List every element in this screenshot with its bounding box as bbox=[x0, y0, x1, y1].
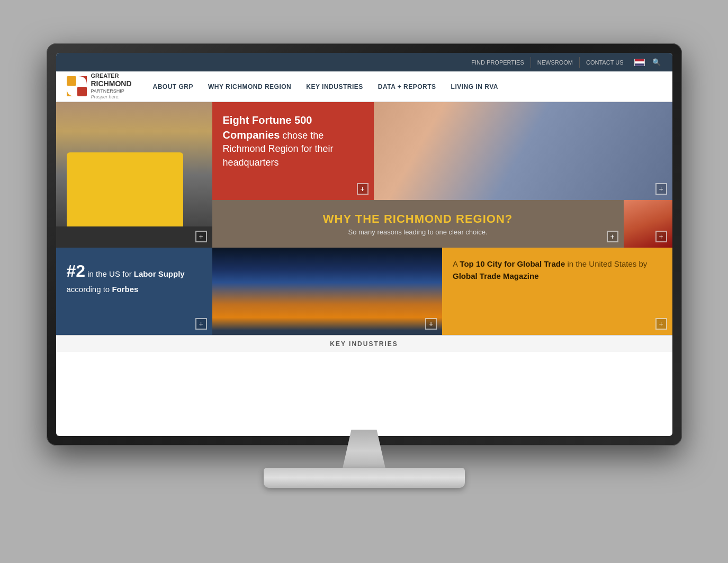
key-industries-label: KEY INDUSTRIES bbox=[330, 340, 398, 348]
nav-item-living[interactable]: LIVING IN RVA bbox=[451, 81, 498, 91]
global-bold-2: Global Trade Magazine bbox=[453, 271, 539, 280]
nav-item-about[interactable]: ABOUT GRP bbox=[153, 81, 194, 91]
why-plus-button[interactable]: + bbox=[607, 231, 618, 242]
global-text-mid: in the United States by bbox=[565, 259, 647, 268]
dragonboat-plus-button[interactable]: + bbox=[655, 231, 667, 242]
labor-bold-1: Labor Supply bbox=[134, 269, 185, 278]
utility-bar: FIND PROPERTIES NEWSROOM CONTACT US 🔍 bbox=[56, 53, 672, 71]
labor-panel[interactable]: #2 in the US for Labor Supply according … bbox=[56, 248, 212, 335]
fortune-plus-button[interactable]: + bbox=[357, 183, 369, 195]
why-richmond-cell[interactable]: WHY THE RICHMOND REGION? So many reasons… bbox=[212, 200, 624, 248]
global-trade-panel[interactable]: A Top 10 City for Global Trade in the Un… bbox=[442, 248, 672, 335]
global-bold-1: Top 10 City for Global Trade bbox=[460, 259, 565, 268]
fortune-card[interactable]: Eight Fortune 500 Companies chose the Ri… bbox=[212, 102, 374, 200]
dragonboat-image-cell[interactable]: + bbox=[624, 200, 672, 248]
community-bg bbox=[374, 102, 672, 200]
website: FIND PROPERTIES NEWSROOM CONTACT US 🔍 bbox=[56, 53, 672, 436]
screen-bezel: FIND PROPERTIES NEWSROOM CONTACT US 🔍 bbox=[56, 53, 672, 436]
hero-grid: + Eight Fortune 500 Companies chose the … bbox=[56, 102, 672, 248]
logo-icon bbox=[67, 76, 87, 96]
contact-us-link[interactable]: CONTACT US bbox=[580, 57, 630, 68]
logo-text: GREATER RICHMOND PARTNERSHIP Prosper her… bbox=[91, 72, 132, 100]
city-image-panel[interactable]: + bbox=[212, 248, 443, 335]
industrial-bg bbox=[56, 102, 212, 248]
nav-item-key[interactable]: KEY INDUSTRIES bbox=[306, 81, 363, 91]
global-plus-button[interactable]: + bbox=[655, 318, 667, 330]
scene: FIND PROPERTIES NEWSROOM CONTACT US 🔍 bbox=[0, 0, 728, 563]
city-plus-button[interactable]: + bbox=[425, 318, 437, 330]
key-industries-bar: KEY INDUSTRIES bbox=[56, 335, 672, 352]
find-properties-link[interactable]: FIND PROPERTIES bbox=[465, 57, 531, 68]
labor-bold-2: Forbes bbox=[112, 285, 138, 294]
svg-rect-1 bbox=[77, 87, 87, 96]
monitor: FIND PROPERTIES NEWSROOM CONTACT US 🔍 bbox=[47, 43, 682, 520]
labor-text-1: in the US for bbox=[85, 269, 134, 278]
newsroom-link[interactable]: NEWSROOM bbox=[531, 57, 580, 68]
labor-text-2: according to bbox=[67, 285, 112, 294]
flag-icon bbox=[634, 59, 645, 66]
industrial-plus-button[interactable]: + bbox=[195, 231, 207, 242]
monitor-frame: FIND PROPERTIES NEWSROOM CONTACT US 🔍 bbox=[47, 43, 682, 446]
labor-text: #2 in the US for Labor Supply according … bbox=[67, 258, 202, 296]
main-nav: GREATER RICHMOND PARTNERSHIP Prosper her… bbox=[56, 71, 672, 102]
why-title: WHY THE RICHMOND REGION? bbox=[323, 212, 513, 226]
labor-plus-button[interactable]: + bbox=[195, 318, 207, 330]
global-text: A Top 10 City for Global Trade in the Un… bbox=[453, 258, 662, 282]
search-icon[interactable]: 🔍 bbox=[649, 56, 664, 68]
svg-rect-0 bbox=[67, 76, 76, 86]
community-plus-button[interactable]: + bbox=[655, 183, 667, 195]
monitor-stand-base bbox=[264, 468, 465, 488]
nav-item-why[interactable]: WHY RICHMOND REGION bbox=[208, 81, 291, 91]
nav-item-data[interactable]: DATA + REPORTS bbox=[378, 81, 436, 91]
bottom-panels: #2 in the US for Labor Supply according … bbox=[56, 248, 672, 335]
city-bg bbox=[212, 248, 443, 335]
industrial-image-cell[interactable]: + bbox=[56, 102, 212, 248]
fortune-text: Eight Fortune 500 Companies chose the Ri… bbox=[223, 113, 363, 169]
labor-number: #2 bbox=[67, 261, 86, 280]
community-image-cell[interactable]: + bbox=[374, 102, 672, 200]
global-prefix: A bbox=[453, 259, 460, 268]
logo-area: GREATER RICHMOND PARTNERSHIP Prosper her… bbox=[67, 72, 132, 100]
nav-links: ABOUT GRP WHY RICHMOND REGION KEY INDUST… bbox=[153, 81, 498, 91]
why-subtitle: So many reasons leading to one clear cho… bbox=[348, 228, 487, 236]
